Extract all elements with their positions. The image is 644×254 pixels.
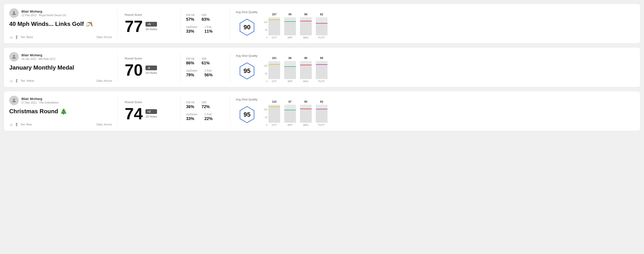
up-down-stat: Up/Down 78% [186, 69, 197, 77]
up-down-label: Up/Down [186, 69, 197, 72]
y-axis-top: 100 [264, 108, 268, 111]
bar-value-ott: 101 [272, 57, 276, 60]
bar-fill-app [284, 110, 296, 123]
fw-hit-label: FW Hit [186, 13, 194, 17]
bar-axis-label-ott: OTT [268, 124, 280, 126]
user-name: Blair McHarg [22, 97, 58, 101]
bar-value-app: 87 [288, 100, 292, 103]
fw-hit-label: FW Hit [186, 101, 194, 104]
score-badge: -2 [146, 66, 157, 70]
svg-point-2 [13, 99, 15, 101]
bar-wrapper-app [284, 105, 296, 123]
data-source: Data: Arccos [96, 79, 112, 82]
weather-icon: ☁️ [9, 123, 13, 126]
y-axis-mid: 50 [264, 116, 268, 119]
user-name: Blair McHarg [22, 9, 66, 13]
one-putt-stat: 1 Putt 11% [204, 25, 212, 34]
bar-wrapper-putt [316, 61, 328, 79]
avatar [9, 52, 19, 61]
bar-axis-label-putt: PUTT [316, 36, 328, 39]
bar-color-arg [300, 65, 312, 65]
y-axis-mid: 50 [264, 29, 268, 31]
score-badge: +5 [146, 22, 157, 26]
big-score: 70 [125, 62, 143, 78]
round-score-label: Round Score [125, 13, 173, 16]
y-axis-bot: 0 [264, 36, 268, 39]
tee-label: Tee: Yellow [20, 79, 34, 82]
bar-wrapper-arg [300, 105, 312, 123]
score-badge-col: +5 18 Holes [146, 22, 157, 31]
quality-left: Avg Shot Quality 90 [236, 10, 258, 37]
gir-value: 83% [202, 17, 210, 22]
title-emoji: 🎄 [60, 108, 67, 115]
fw-hit-value: 86% [186, 61, 194, 66]
bar-col-arg: 96 [300, 57, 312, 79]
bar-col-ott: 107 [268, 13, 280, 35]
bar-wrapper-arg [300, 17, 312, 35]
bar-axis-label-arg: ARG [300, 80, 312, 83]
avg-shot-quality-label: Avg Shot Quality [236, 98, 258, 101]
bar-color-arg [300, 109, 312, 109]
up-down-label: Up/Down [186, 25, 197, 29]
fw-hit-stat: FW Hit 86% [186, 57, 194, 66]
weather-icon: ☁️ [9, 35, 13, 39]
bar-col-ott: 101 [268, 57, 280, 79]
tee-label: Tee: Blue [20, 123, 32, 126]
y-axis-top: 100 [264, 21, 268, 23]
bar-axis-label-arg: ARG [300, 36, 312, 39]
bar-col-arg: 98 [300, 13, 312, 35]
one-putt-label: 1 Putt [204, 113, 212, 116]
stats-row-bottom: Up/Down 33% 1 Putt 11% [186, 25, 225, 34]
user-date-venue: 27 Dec 2021 · The Oxfordshire [22, 101, 58, 104]
y-axis-bot: 0 [264, 80, 268, 83]
bar-fill-ott [268, 106, 280, 123]
score-badge-col: +2 18 Holes [146, 109, 157, 118]
round-score-label: Round Score [125, 57, 173, 60]
bar-axis-label-arg: ARG [300, 124, 312, 126]
bar-fill-app [284, 66, 296, 79]
round-title: January Monthly Medal [9, 64, 112, 71]
bar-fill-ott [268, 64, 280, 79]
quality-left: Avg Shot Quality 95 [236, 98, 258, 125]
gir-value: 72% [202, 105, 210, 109]
fw-hit-stat: FW Hit 36% [186, 101, 194, 109]
bar-color-ott [268, 64, 280, 65]
stats-row-top: FW Hit 36% GIR 72% [186, 101, 225, 109]
up-down-stat: Up/Down 33% [186, 113, 197, 121]
gir-label: GIR [202, 13, 210, 17]
stats-row-top: FW Hit 57% GIR 83% [186, 13, 225, 22]
up-down-value: 78% [186, 73, 197, 77]
quality-left: Avg Shot Quality 95 [236, 54, 258, 81]
card-left-round2: Blair McHarg 29 Jan 2022 · Mill Ride GCC… [9, 52, 118, 83]
bar-value-arg: 98 [304, 13, 307, 16]
bar-fill-arg [300, 109, 312, 123]
user-name: Blair McHarg [22, 53, 56, 57]
bar-wrapper-arg [300, 61, 312, 79]
title-emoji: 🪃 [86, 20, 93, 27]
fw-hit-value: 36% [186, 105, 194, 109]
user-date-venue: 29 Jan 2022 · Mill Ride GCC [22, 57, 56, 61]
bar-fill-putt [316, 109, 328, 123]
bar-axis-label-app: APP [284, 36, 296, 39]
bar-col-arg: 95 [300, 100, 312, 123]
user-info: Blair McHarg 12 Feb 2022 · Royal North D… [9, 8, 112, 18]
one-putt-value: 11% [204, 29, 212, 34]
fw-hit-stat: FW Hit 57% [186, 13, 194, 22]
bar-chart-area: 100 50 0 101 86 [264, 52, 629, 83]
bar-value-putt: 99 [320, 57, 323, 60]
bar-fill-app [284, 21, 296, 35]
bar-value-app: 95 [288, 13, 292, 16]
bar-value-putt: 93 [320, 100, 323, 103]
bag-icon: 🏌 [15, 123, 19, 126]
avatar [9, 8, 19, 18]
card-quality-round2: Avg Shot Quality 95 100 50 0 101 [230, 52, 635, 83]
round-card-round1: Blair McHarg 12 Feb 2022 · Royal North D… [4, 3, 640, 44]
one-putt-value: 22% [204, 117, 212, 121]
hex-score-value: 95 [244, 67, 250, 75]
bar-value-ott: 110 [272, 100, 276, 103]
bar-color-ott [268, 106, 280, 107]
up-down-stat: Up/Down 33% [186, 25, 197, 34]
bar-axis-label-app: APP [284, 80, 296, 83]
tee-label: Tee: Black [20, 36, 33, 39]
card-left-round3: Blair McHarg 27 Dec 2021 · The Oxfordshi… [9, 96, 118, 126]
